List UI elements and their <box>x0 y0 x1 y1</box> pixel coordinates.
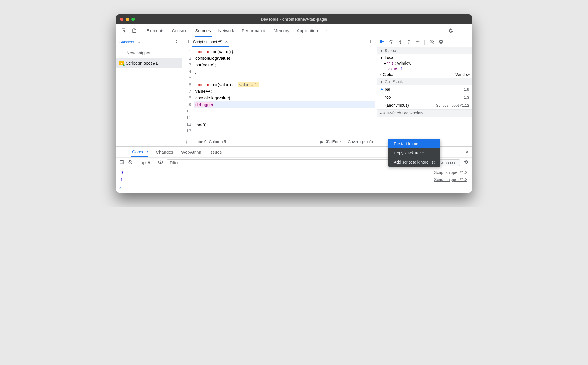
drawer-tab-console[interactable]: Console <box>131 147 148 157</box>
step-into-icon[interactable] <box>398 39 403 45</box>
pause-exceptions-icon[interactable] <box>438 39 444 45</box>
callstack-frame-bar[interactable]: ➤bar1:9 <box>377 85 472 93</box>
debug-controls <box>377 37 472 47</box>
scope-local[interactable]: ▼ Local <box>377 55 472 60</box>
sidebar-header: Snippets » ⋮ <box>116 37 182 47</box>
svg-point-8 <box>409 43 409 44</box>
plus-icon: ＋ <box>120 50 124 55</box>
log-source-link[interactable]: Script snippet #1:8 <box>434 177 467 182</box>
console-output: 0 Script snippet #1:2 1 Script snippet #… <box>116 168 472 193</box>
svg-point-15 <box>160 161 161 163</box>
tab-application[interactable]: Application <box>296 25 318 37</box>
tab-console[interactable]: Console <box>171 25 188 37</box>
more-tabs-icon[interactable]: » <box>325 25 328 37</box>
maximize-window-icon[interactable] <box>131 18 135 21</box>
deactivate-breakpoints-icon[interactable] <box>429 39 434 45</box>
console-log-row[interactable]: 0 Script snippet #1:2 <box>116 169 472 176</box>
resume-icon[interactable] <box>380 39 385 45</box>
window-title: DevTools - chrome://new-tab-page/ <box>116 17 472 22</box>
callstack-frame-foo[interactable]: foo1:3 <box>377 93 472 101</box>
svg-point-6 <box>391 42 392 43</box>
scope-value[interactable]: value: 1 <box>377 66 472 72</box>
drawer-tab-webauthn[interactable]: WebAuthn <box>181 147 202 157</box>
tab-performance[interactable]: Performance <box>241 25 267 37</box>
line-gutter: 12345678910111213 <box>182 47 194 137</box>
svg-rect-3 <box>185 40 188 43</box>
close-window-icon[interactable] <box>120 18 123 21</box>
navigator-sidebar: Snippets » ⋮ ＋ New snippet ▸ Script snip… <box>116 37 182 146</box>
inspect-icon[interactable] <box>119 26 129 35</box>
new-snippet-label: New snippet <box>127 50 150 55</box>
console-prompt[interactable]: › <box>116 183 472 191</box>
pretty-print-icon[interactable]: { } <box>186 139 190 144</box>
step-over-icon[interactable] <box>389 39 394 45</box>
close-drawer-icon[interactable]: × <box>465 149 469 155</box>
code-content: function foo(value) { console.log(value)… <box>194 47 377 137</box>
snippet-item[interactable]: ▸ Script snippet #1 <box>116 58 182 68</box>
console-settings-icon[interactable] <box>464 160 469 166</box>
code-editor: Script snippet #1 × 12345678910111213 fu… <box>182 37 377 146</box>
traffic-lights <box>120 18 135 21</box>
settings-icon[interactable] <box>446 26 455 35</box>
new-snippet-button[interactable]: ＋ New snippet <box>116 47 182 58</box>
file-tab-label: Script snippet #1 <box>193 40 223 44</box>
log-source-link[interactable]: Script snippet #1:2 <box>434 170 467 175</box>
current-execution-line: debugger; <box>194 101 375 108</box>
run-icon[interactable]: ▶ <box>320 139 324 144</box>
main-toolbar: Elements Console Sources Network Perform… <box>116 24 472 37</box>
drawer-tab-changes[interactable]: Changes <box>155 147 174 157</box>
console-log-row[interactable]: 1 Script snippet #1:8 <box>116 176 472 183</box>
editor-statusbar: { } Line 9, Column 5 ▶ ⌘+Enter Coverage:… <box>182 137 377 146</box>
tab-memory[interactable]: Memory <box>273 25 290 37</box>
scope-this[interactable]: ▸ this: Window <box>377 60 472 66</box>
scope-header[interactable]: ▼ Scope <box>377 47 472 54</box>
menu-copy-stack-trace[interactable]: Copy stack trace <box>388 148 440 158</box>
coverage-label: Coverage: n/a <box>348 139 373 144</box>
sidebar-more-icon[interactable]: ⋮ <box>174 39 179 45</box>
more-tabs-icon[interactable]: » <box>138 40 140 44</box>
callstack-context-menu: Restart frame Copy stack trace Add scrip… <box>388 139 440 167</box>
svg-rect-4 <box>371 40 374 43</box>
toggle-navigator-icon[interactable] <box>184 39 189 45</box>
drawer-more-icon[interactable]: ⋮ <box>119 149 125 155</box>
live-expression-icon[interactable] <box>158 160 163 166</box>
minimize-window-icon[interactable] <box>126 18 129 21</box>
toggle-debugger-icon[interactable] <box>370 39 375 45</box>
tab-sources[interactable]: Sources <box>195 25 212 37</box>
scope-global[interactable]: ▸ GlobalWindow <box>377 72 472 77</box>
step-icon[interactable] <box>415 39 420 45</box>
file-tab[interactable]: Script snippet #1 × <box>192 37 229 47</box>
filter-input[interactable] <box>167 159 389 166</box>
console-sidebar-toggle-icon[interactable] <box>119 160 124 166</box>
xhr-breakpoints-header[interactable]: ▸ XHR/fetch Breakpoints <box>377 110 472 117</box>
step-out-icon[interactable] <box>407 39 411 45</box>
device-toolbar-icon[interactable] <box>130 26 139 35</box>
callstack-header[interactable]: ▼ Call Stack <box>377 78 472 85</box>
svg-point-7 <box>400 43 401 44</box>
tab-elements[interactable]: Elements <box>146 25 165 37</box>
menu-restart-frame[interactable]: Restart frame <box>388 139 440 148</box>
cursor-position: Line 9, Column 5 <box>196 139 226 144</box>
close-tab-icon[interactable]: × <box>225 39 228 44</box>
svg-rect-11 <box>441 41 442 42</box>
callstack-frame-anon[interactable]: (anonymous)Script snippet #1:12 <box>377 101 472 109</box>
editor-tabbar: Script snippet #1 × <box>182 37 377 47</box>
tab-network[interactable]: Network <box>218 25 235 37</box>
more-icon[interactable]: ⋮ <box>459 26 469 35</box>
menu-ignore-list[interactable]: Add script to ignore list <box>388 158 440 167</box>
inline-value-hint: value = 1 <box>238 82 259 87</box>
code-area[interactable]: 12345678910111213 function foo(value) { … <box>182 47 377 137</box>
sources-panel: Snippets » ⋮ ＋ New snippet ▸ Script snip… <box>116 37 472 146</box>
run-shortcut: ⌘+Enter <box>326 139 342 144</box>
debugger-sidebar: ▼ Scope ▼ Local ▸ this: Window value: 1 … <box>377 37 472 146</box>
drawer-tab-issues[interactable]: Issues <box>209 147 222 157</box>
execution-context-select[interactable]: top ▼ <box>137 160 154 166</box>
snippet-file-icon: ▸ <box>119 61 124 65</box>
svg-rect-2 <box>134 30 136 33</box>
svg-point-9 <box>419 41 419 42</box>
titlebar: DevTools - chrome://new-tab-page/ <box>116 14 472 24</box>
clear-console-icon[interactable] <box>128 160 133 166</box>
snippets-tab[interactable]: Snippets <box>119 38 135 46</box>
main-tabs: Elements Console Sources Network Perform… <box>146 25 445 37</box>
svg-rect-5 <box>380 40 381 43</box>
